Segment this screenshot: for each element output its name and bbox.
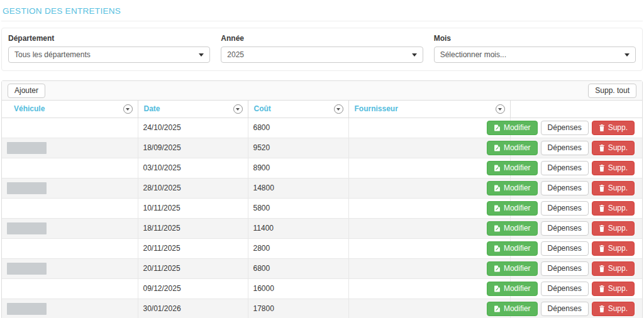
supplier-cell bbox=[348, 178, 510, 198]
filter-icon[interactable] bbox=[496, 104, 505, 114]
edit-button-label: Modifier bbox=[504, 204, 531, 212]
actions-cell: Modifier Dépenses Supp. bbox=[510, 178, 642, 198]
page-title: GESTION DES ENTRETIENS bbox=[1, 6, 643, 16]
filter-mois: Mois Sélectionner mois... bbox=[434, 34, 636, 63]
delete-button-label: Supp. bbox=[608, 224, 628, 233]
filter-icon[interactable] bbox=[334, 104, 343, 114]
chevron-down-icon bbox=[625, 53, 630, 57]
add-button[interactable]: Ajouter bbox=[8, 84, 45, 98]
expenses-button[interactable]: Dépenses bbox=[541, 261, 589, 276]
maintenance-table: Véhicule Date Coût bbox=[2, 101, 642, 318]
trash-icon bbox=[599, 285, 605, 292]
date-cell: 20/11/2025 bbox=[138, 258, 248, 278]
delete-button-label: Supp. bbox=[608, 284, 628, 293]
delete-button[interactable]: Supp. bbox=[592, 201, 635, 216]
delete-button-label: Supp. bbox=[608, 123, 628, 132]
date-cell: 09/12/2025 bbox=[138, 278, 248, 299]
date-cell: 18/09/2025 bbox=[138, 138, 248, 158]
supplier-cell bbox=[348, 299, 510, 318]
edit-document-icon bbox=[494, 305, 501, 312]
mois-label: Mois bbox=[434, 34, 636, 43]
filter-panel: Département Tous les départements Année … bbox=[1, 28, 643, 71]
delete-button[interactable]: Supp. bbox=[592, 221, 635, 236]
edit-button-label: Modifier bbox=[504, 264, 531, 273]
vehicle-cell bbox=[2, 118, 138, 138]
trash-icon bbox=[599, 305, 605, 312]
expenses-button[interactable]: Dépenses bbox=[541, 201, 589, 216]
edit-button[interactable]: Modifier bbox=[487, 221, 538, 236]
departement-select[interactable]: Tous les départements bbox=[8, 47, 210, 63]
supplier-cell bbox=[348, 278, 510, 299]
expenses-button[interactable]: Dépenses bbox=[541, 141, 589, 155]
chevron-down-icon bbox=[199, 53, 204, 57]
annee-label: Année bbox=[221, 34, 423, 43]
edit-button[interactable]: Modifier bbox=[487, 302, 538, 316]
edit-button-label: Modifier bbox=[504, 304, 531, 313]
filter-icon[interactable] bbox=[123, 104, 133, 114]
edit-button[interactable]: Modifier bbox=[487, 161, 538, 175]
delete-all-button[interactable]: Supp. tout bbox=[588, 84, 636, 98]
expenses-button-label: Dépenses bbox=[548, 244, 582, 253]
delete-button[interactable]: Supp. bbox=[592, 282, 635, 296]
expenses-button[interactable]: Dépenses bbox=[541, 181, 589, 195]
date-cell: 03/10/2025 bbox=[138, 158, 248, 178]
departement-select-value: Tous les départements bbox=[14, 50, 91, 59]
vehicle-cell bbox=[2, 138, 138, 158]
delete-button[interactable]: Supp. bbox=[592, 302, 635, 316]
expenses-button[interactable]: Dépenses bbox=[541, 241, 589, 256]
edit-button[interactable]: Modifier bbox=[487, 241, 538, 256]
table-row: 20/11/2025 6800 Modifier Dépenses bbox=[2, 258, 642, 278]
edit-button[interactable]: Modifier bbox=[487, 282, 538, 296]
expenses-button[interactable]: Dépenses bbox=[541, 161, 589, 175]
expenses-button[interactable]: Dépenses bbox=[541, 121, 589, 135]
column-header-date[interactable]: Date bbox=[138, 101, 248, 118]
edit-button[interactable]: Modifier bbox=[487, 141, 538, 155]
mois-select[interactable]: Sélectionner mois... bbox=[434, 47, 636, 63]
column-header-fournisseur[interactable]: Fournisseur bbox=[348, 101, 510, 118]
edit-button[interactable]: Modifier bbox=[487, 261, 538, 276]
expenses-button-label: Dépenses bbox=[548, 204, 582, 212]
delete-button[interactable]: Supp. bbox=[592, 141, 635, 155]
delete-button-label: Supp. bbox=[608, 163, 628, 172]
delete-button-label: Supp. bbox=[608, 304, 628, 313]
column-header-actions bbox=[510, 101, 642, 118]
supplier-cell bbox=[348, 198, 510, 218]
edit-document-icon bbox=[494, 205, 501, 212]
vehicle-cell bbox=[2, 278, 138, 299]
redacted-vehicle-name bbox=[7, 303, 47, 315]
edit-button[interactable]: Modifier bbox=[487, 181, 538, 195]
maintenance-grid: Ajouter Supp. tout Véhicule Date bbox=[1, 80, 643, 318]
table-row: 30/01/2026 17800 Modifier Dépenses bbox=[2, 299, 642, 318]
table-row: 10/11/2025 5800 Modifier Dépenses bbox=[2, 198, 642, 218]
delete-button[interactable]: Supp. bbox=[592, 121, 635, 135]
column-header-vehicule[interactable]: Véhicule bbox=[2, 101, 138, 118]
annee-select[interactable]: 2025 bbox=[221, 47, 423, 63]
delete-button[interactable]: Supp. bbox=[592, 241, 635, 256]
column-header-cout[interactable]: Coût bbox=[248, 101, 348, 118]
actions-cell: Modifier Dépenses Supp. bbox=[510, 238, 642, 258]
annee-select-value: 2025 bbox=[227, 50, 244, 59]
delete-button-label: Supp. bbox=[608, 264, 628, 273]
filter-icon[interactable] bbox=[233, 104, 243, 114]
delete-button[interactable]: Supp. bbox=[592, 261, 635, 276]
mois-select-value: Sélectionner mois... bbox=[440, 50, 506, 59]
expenses-button[interactable]: Dépenses bbox=[541, 221, 589, 236]
edit-button-label: Modifier bbox=[504, 284, 531, 293]
edit-button[interactable]: Modifier bbox=[487, 201, 538, 216]
delete-button[interactable]: Supp. bbox=[592, 161, 635, 175]
actions-cell: Modifier Dépenses Supp. bbox=[510, 258, 642, 278]
delete-button[interactable]: Supp. bbox=[592, 181, 635, 195]
expenses-button[interactable]: Dépenses bbox=[541, 282, 589, 296]
delete-button-label: Supp. bbox=[608, 143, 628, 152]
redacted-vehicle-name bbox=[7, 222, 47, 234]
expenses-button-label: Dépenses bbox=[548, 284, 582, 293]
expenses-button[interactable]: Dépenses bbox=[541, 302, 589, 316]
table-row: 18/11/2025 11400 Modifier Dépenses bbox=[2, 218, 642, 238]
cost-cell: 14800 bbox=[248, 178, 348, 198]
expenses-button-label: Dépenses bbox=[548, 304, 582, 313]
edit-button[interactable]: Modifier bbox=[487, 121, 538, 135]
table-row: 03/10/2025 8900 Modifier Dépenses bbox=[2, 158, 642, 178]
cost-cell: 2800 bbox=[248, 238, 348, 258]
supplier-cell bbox=[348, 138, 510, 158]
date-cell: 20/11/2025 bbox=[138, 238, 248, 258]
